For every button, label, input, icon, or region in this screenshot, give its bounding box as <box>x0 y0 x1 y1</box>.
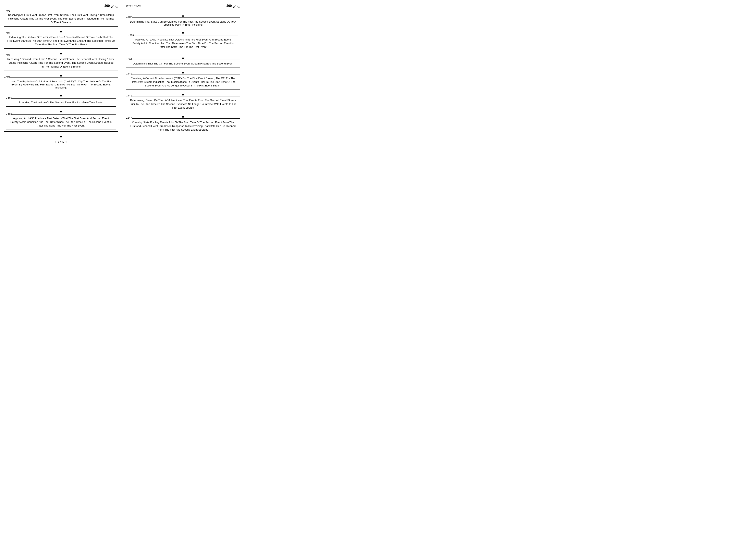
arrow-404-405 <box>6 91 116 97</box>
arrow-406-to <box>60 132 62 138</box>
node-401: 401 Receiving An First Event From A Firs… <box>4 11 118 27</box>
text-411: Determining, Based On The LASJ Predicate… <box>130 99 236 109</box>
label-404: 404 <box>5 76 10 78</box>
node-408: 408 Applying An LASJ Predicate That Dete… <box>128 36 238 51</box>
label-409: 409 <box>127 58 132 61</box>
node-406: 406 Applying An LASJ Predicate That Dete… <box>6 114 116 130</box>
text-406: Applying An LASJ Predicate That Detects … <box>10 117 111 127</box>
to-label: (To #407) <box>56 140 67 143</box>
arrow-409-410 <box>182 68 184 74</box>
from-label: (From #406) <box>126 4 141 7</box>
text-408: Applying An LASJ Predicate That Detects … <box>132 38 233 49</box>
arrow-407-408 <box>128 28 238 34</box>
outer-box-404: 404 Using The Equivalent Of A Left Anti … <box>4 77 118 132</box>
node-402: 402 Extending The Lifetime Of The First … <box>4 33 118 49</box>
arrow-402-403 <box>60 49 62 55</box>
text-405: Extending The Lifetime Of The Second Eve… <box>19 101 103 104</box>
label-405: 405 <box>7 96 12 100</box>
node-411: 411 Determining, Based On The LASJ Predi… <box>126 96 240 112</box>
label-410: 410 <box>127 73 132 76</box>
arrow-411-412 <box>182 112 184 118</box>
arrow-401-402 <box>60 27 62 33</box>
node-409: 409 Determining That The CTI For The Sec… <box>126 60 240 68</box>
left-column: 400 ↙↘ 401 Receiving An First Event From… <box>4 4 118 143</box>
left-header-row: 400 ↙↘ <box>4 4 118 9</box>
text-407: Determining That State Can Be Cleaned Fo… <box>130 20 236 26</box>
text-403: Receiving A Second Event From A Second E… <box>7 58 115 68</box>
left-loop-number: 400 <box>104 4 110 8</box>
left-loop-icon: ↙↘ <box>111 4 118 9</box>
right-column: (From #406) 400 ↙↘ 407 Determining That … <box>126 4 240 143</box>
arrow-405-406 <box>6 107 116 113</box>
node-403: 403 Receiving A Second Event From A Seco… <box>4 55 118 71</box>
text-407-container: Determining That State Can Be Cleaned Fo… <box>128 19 238 28</box>
text-409: Determining That The CTI For The Second … <box>133 62 233 65</box>
arrow-410-411 <box>182 90 184 96</box>
text-401: Receiving An First Event From A First Ev… <box>8 13 114 24</box>
label-406: 406 <box>7 112 12 116</box>
arrow-408-409 <box>182 53 184 60</box>
label-401: 401 <box>5 9 10 12</box>
node-412: 412 Cleaning State For Any Events Prior … <box>126 118 240 134</box>
text-412: Cleaning State For Any Events Prior To T… <box>130 121 236 131</box>
node-405: 405 Extending The Lifetime Of The Second… <box>6 99 116 107</box>
label-403: 403 <box>5 53 10 57</box>
right-loop-header: 400 ↙↘ <box>226 4 240 9</box>
text-402: Extending The Lifetime Of The First Even… <box>7 36 115 46</box>
diagram-container: 400 ↙↘ 401 Receiving An First Event From… <box>4 4 240 143</box>
arrow-403-404 <box>60 71 62 77</box>
text-410: Receiving A Current Time Increment ("CTI… <box>131 77 235 87</box>
text-404-container: Using The Equivalent Of A Left Anti Semi… <box>6 79 116 91</box>
outer-box-407: 407 Determining That State Can Be Cleane… <box>126 18 240 53</box>
label-411: 411 <box>127 94 132 98</box>
arrow-from-top <box>182 11 184 18</box>
label-402: 402 <box>5 31 10 35</box>
node-410: 410 Receiving A Current Time Increment (… <box>126 74 240 90</box>
label-407: 407 <box>127 16 132 19</box>
right-header: (From #406) 400 ↙↘ <box>126 4 240 9</box>
label-408: 408 <box>129 34 134 37</box>
text-404: Using The Equivalent Of A Left Anti Semi… <box>9 80 112 89</box>
right-loop-icon: ↙↘ <box>233 4 240 9</box>
label-412: 412 <box>127 117 132 120</box>
right-loop-number: 400 <box>226 4 232 8</box>
